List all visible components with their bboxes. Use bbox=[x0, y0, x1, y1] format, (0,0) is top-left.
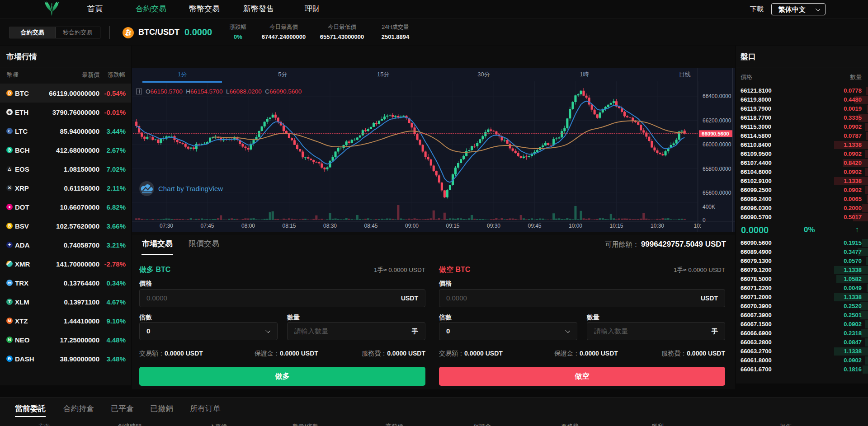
svg-text:07:30: 07:30 bbox=[160, 223, 173, 229]
svg-text:66200.0000: 66200.0000 bbox=[703, 117, 731, 124]
svg-text:09:45: 09:45 bbox=[528, 223, 541, 229]
svg-text:66000.0000: 66000.0000 bbox=[703, 141, 731, 148]
svg-text:65800.0000: 65800.0000 bbox=[703, 166, 731, 172]
svg-text:07:45: 07:45 bbox=[200, 223, 214, 229]
svg-text:09:30: 09:30 bbox=[487, 223, 500, 229]
svg-text:66400.0000: 66400.0000 bbox=[703, 93, 731, 99]
svg-text:0: 0 bbox=[703, 217, 706, 223]
svg-text:08:30: 08:30 bbox=[323, 223, 337, 229]
svg-text:09:15: 09:15 bbox=[446, 223, 459, 229]
svg-text:10:: 10: bbox=[694, 223, 702, 229]
svg-text:08:00: 08:00 bbox=[241, 223, 255, 229]
svg-text:400K: 400K bbox=[703, 204, 715, 210]
svg-text:08:15: 08:15 bbox=[282, 223, 296, 229]
svg-text:08:45: 08:45 bbox=[364, 223, 377, 229]
svg-text:10:00: 10:00 bbox=[569, 223, 582, 229]
svg-text:66090.5600: 66090.5600 bbox=[702, 131, 729, 136]
svg-text:09:00: 09:00 bbox=[405, 223, 419, 229]
svg-text:10:15: 10:15 bbox=[609, 223, 623, 229]
svg-text:10:30: 10:30 bbox=[651, 223, 664, 229]
svg-text:65600.0000: 65600.0000 bbox=[703, 190, 731, 196]
